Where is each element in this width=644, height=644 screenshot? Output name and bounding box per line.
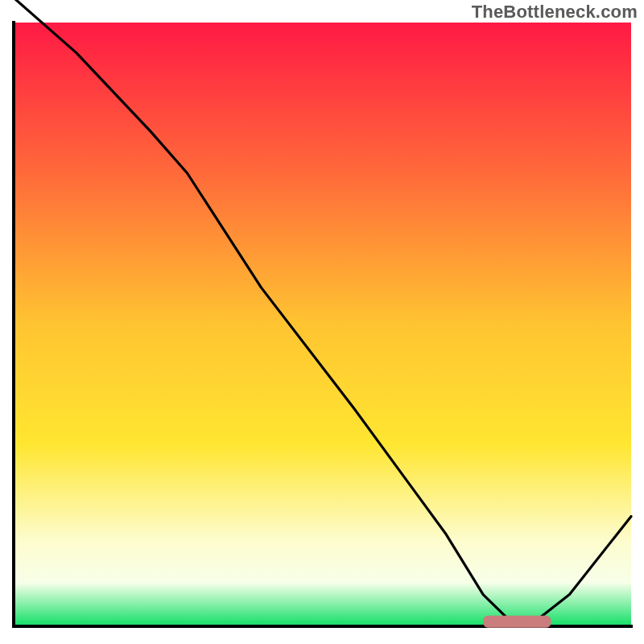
- watermark-text: TheBottleneck.com: [472, 2, 638, 23]
- chart-stage: TheBottleneck.com: [0, 0, 644, 644]
- plot-background: [14, 23, 631, 625]
- optimum-marker: [483, 616, 551, 628]
- chart-svg: [0, 0, 644, 644]
